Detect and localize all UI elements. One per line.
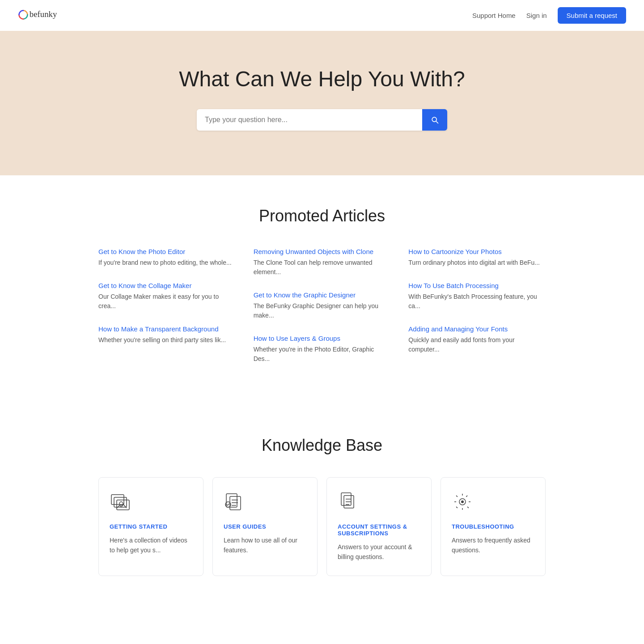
kb-card-troubleshooting[interactable]: TROUBLESHOOTING Answers to frequently as… <box>441 477 546 576</box>
knowledge-title: Knowledge Base <box>36 436 608 455</box>
gear-icon <box>452 491 534 514</box>
search-icon <box>430 115 439 124</box>
article-column: Get to Know the Photo Editor If you're b… <box>98 248 236 378</box>
documents-icon <box>338 491 420 514</box>
article-link[interactable]: How to Make a Transparent Background <box>98 325 236 333</box>
article-item: How to Cartoonize Your Photos Turn ordin… <box>408 248 546 267</box>
kb-card-title: USER GUIDES <box>224 523 306 530</box>
logo[interactable]: befunky <box>18 6 72 25</box>
kb-card-desc: Answers to your account & billing questi… <box>338 542 420 562</box>
article-desc: The BeFunky Graphic Designer can help yo… <box>254 301 391 320</box>
article-desc: Our Collage Maker makes it easy for you … <box>98 292 236 311</box>
article-column: How to Cartoonize Your Photos Turn ordin… <box>408 248 546 378</box>
article-item: Get to Know the Collage Maker Our Collag… <box>98 282 236 311</box>
knowledge-section: Knowledge Base GETTING STARTED Here's a … <box>0 405 644 612</box>
article-desc: Quickly and easily add fonts from your c… <box>408 335 546 354</box>
article-desc: The Clone Tool can help remove unwanted … <box>254 258 391 277</box>
kb-card-title: GETTING STARTED <box>110 523 192 530</box>
svg-point-18 <box>461 500 464 503</box>
article-link[interactable]: Adding and Managing Your Fonts <box>408 325 546 333</box>
kb-card-title: ACCOUNT SETTINGS & SUBSCRIPTIONS <box>338 523 420 537</box>
article-link[interactable]: How to Use Layers & Groups <box>254 335 391 342</box>
kb-card-desc: Learn how to use all of our features. <box>224 535 306 555</box>
kb-card-account-settings[interactable]: ACCOUNT SETTINGS & SUBSCRIPTIONS Answers… <box>326 477 432 576</box>
article-link[interactable]: How To Use Batch Processing <box>408 282 546 289</box>
kb-card-user-guides[interactable]: USER GUIDES Learn how to use all of our … <box>212 477 318 576</box>
article-desc: If you're brand new to photo editing, th… <box>98 258 236 267</box>
article-item: How to Use Layers & Groups Whether you'r… <box>254 335 391 364</box>
knowledge-grid: GETTING STARTED Here's a collection of v… <box>98 477 546 576</box>
article-desc: Turn ordinary photos into digital art wi… <box>408 258 546 267</box>
article-item: Get to Know the Graphic Designer The BeF… <box>254 291 391 320</box>
svg-point-5 <box>119 502 123 505</box>
article-link[interactable]: Get to Know the Graphic Designer <box>254 291 391 299</box>
articles-grid: Get to Know the Photo Editor If you're b… <box>98 248 546 378</box>
svg-rect-7 <box>230 496 241 510</box>
photos-icon <box>110 491 192 514</box>
hero-title: What Can We Help You With? <box>18 67 626 91</box>
promoted-section: Promoted Articles Get to Know the Photo … <box>0 175 644 405</box>
article-link[interactable]: How to Cartoonize Your Photos <box>408 248 546 255</box>
article-item: Adding and Managing Your Fonts Quickly a… <box>408 325 546 354</box>
kb-card-getting-started[interactable]: GETTING STARTED Here's a collection of v… <box>98 477 203 576</box>
article-item: Get to Know the Photo Editor If you're b… <box>98 248 236 267</box>
article-link[interactable]: Get to Know the Photo Editor <box>98 248 236 255</box>
hero-section: What Can We Help You With? <box>0 31 644 175</box>
article-link[interactable]: Get to Know the Collage Maker <box>98 282 236 289</box>
article-item: Removing Unwanted Objects with Clone The… <box>254 248 391 277</box>
kb-card-title: TROUBLESHOOTING <box>452 523 534 530</box>
promoted-title: Promoted Articles <box>36 207 608 225</box>
article-desc: With BeFunky's Batch Processing feature,… <box>408 292 546 311</box>
article-desc: Whether you're selling on third party si… <box>98 335 236 345</box>
guides-icon <box>224 491 306 514</box>
svg-text:befunky: befunky <box>30 9 57 19</box>
support-home-link[interactable]: Support Home <box>472 12 516 19</box>
article-column: Removing Unwanted Objects with Clone The… <box>254 248 391 378</box>
article-desc: Whether you're in the Photo Editor, Grap… <box>254 345 391 364</box>
navigation: befunky Support Home Sign in Submit a re… <box>0 0 644 31</box>
kb-card-desc: Answers to frequently asked questions. <box>452 535 534 555</box>
kb-card-desc: Here's a collection of videos to help ge… <box>110 535 192 555</box>
search-button[interactable] <box>422 109 447 131</box>
sign-in-link[interactable]: Sign in <box>526 12 547 19</box>
search-input[interactable] <box>197 109 422 131</box>
article-link[interactable]: Removing Unwanted Objects with Clone <box>254 248 391 255</box>
submit-request-button[interactable]: Submit a request <box>558 7 626 24</box>
search-bar <box>197 109 447 131</box>
svg-rect-2 <box>111 495 124 504</box>
article-item: How to Make a Transparent Background Whe… <box>98 325 236 345</box>
article-item: How To Use Batch Processing With BeFunky… <box>408 282 546 311</box>
